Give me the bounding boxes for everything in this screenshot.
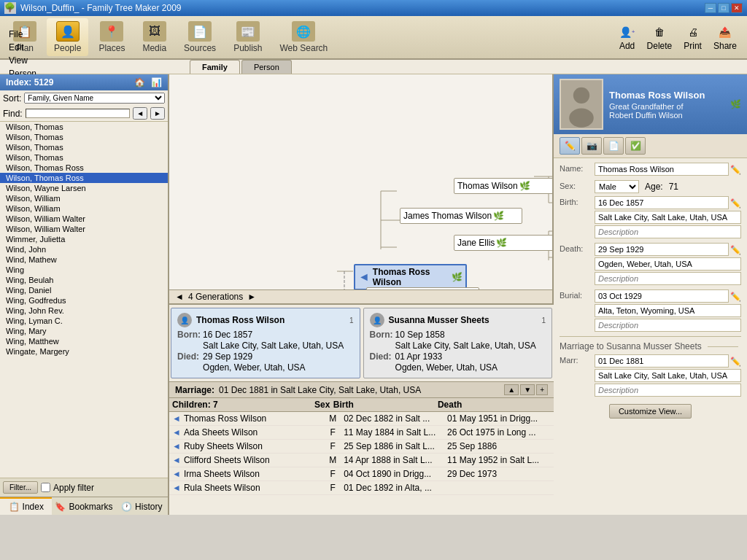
name-item[interactable]: Wilson, Thomas <box>0 132 168 142</box>
name-item[interactable]: Wing, Godfredus <box>0 295 168 306</box>
share-toolbar-button[interactable]: 📤 Share <box>709 23 741 52</box>
tree-box-james-thomas-wilson[interactable]: James Thomas Wilson 🌿 <box>400 208 522 224</box>
name-item[interactable]: Wilson, Wayne Larsen <box>0 183 168 193</box>
apply-filter-checkbox[interactable] <box>41 483 50 492</box>
death-edit-icon[interactable]: ✏️ <box>730 245 741 255</box>
child-arrow[interactable]: ◄ <box>172 413 181 424</box>
nav-item-people[interactable]: 👤People <box>47 18 88 56</box>
menu-item-file[interactable]: File <box>3 28 42 41</box>
table-row[interactable]: ◄ Rula Sheets Wilson F 01 Dec 1892 in Al… <box>169 481 554 495</box>
child-arrow[interactable]: ◄ <box>172 427 181 438</box>
gen-arrow-right[interactable]: ► <box>247 292 256 302</box>
table-row[interactable]: ◄ Ada Sheets Wilson F 11 May 1884 in Sal… <box>169 426 554 440</box>
nav-item-sources[interactable]: 📄Sources <box>177 18 223 56</box>
name-item[interactable]: Wind, John <box>0 244 168 254</box>
table-row[interactable]: ◄ Clifford Sheets Wilson M 14 Apr 1888 i… <box>169 454 554 467</box>
tree-box-thomas-ross-wilson[interactable]: ◄ Thomas Ross Wilson 🌿 <box>354 264 467 289</box>
sex-select[interactable]: Male Female <box>595 180 639 193</box>
add-toolbar-button[interactable]: 👤+ Add <box>615 23 640 52</box>
menu-item-edit[interactable]: Edit <box>3 41 42 54</box>
delete-toolbar-button[interactable]: 🗑 Delete <box>643 23 677 52</box>
birth-date-field[interactable] <box>595 196 729 209</box>
name-item[interactable]: Wind, Mathew <box>0 254 168 265</box>
name-item[interactable]: Wilson, Thomas <box>0 142 168 152</box>
burial-date-field[interactable] <box>595 289 729 303</box>
sidebar-tab-history[interactable]: 🕐 History <box>116 497 168 515</box>
person-tool-source[interactable]: 📄 <box>603 137 624 155</box>
burial-desc-field[interactable] <box>595 319 741 332</box>
birth-place-field[interactable] <box>595 211 741 224</box>
person-tool-photo[interactable]: 📷 <box>581 137 602 155</box>
death-place-field[interactable] <box>595 257 741 271</box>
table-row[interactable]: ◄ Irma Sheets Wilson F 04 Oct 1890 in Dr… <box>169 467 554 481</box>
tab-person[interactable]: Person <box>241 60 292 74</box>
find-next-button[interactable]: ► <box>150 107 165 120</box>
name-item[interactable]: Wing, Mary <box>0 326 168 336</box>
person-tool-task[interactable]: ✅ <box>625 137 646 155</box>
nav-item-places[interactable]: 📍Places <box>91 18 132 56</box>
table-row[interactable]: ◄ Thomas Ross Wilson M 02 Dec 1882 in Sa… <box>169 412 554 426</box>
marriage-prev-button[interactable]: ▲ <box>504 384 519 395</box>
marr-place-field[interactable] <box>595 369 741 382</box>
name-item[interactable]: Wilson, Thomas <box>0 122 168 132</box>
name-item[interactable]: Wilson, Thomas Ross <box>0 163 168 173</box>
child-arrow[interactable]: ◄ <box>172 483 181 493</box>
person-card-1-name[interactable]: Thomas Ross Wilson <box>196 315 285 325</box>
name-item[interactable]: Wing <box>0 265 168 275</box>
name-item[interactable]: Wilson, Thomas <box>0 152 168 163</box>
name-item[interactable]: Wilson, William <box>0 203 168 214</box>
sort-select[interactable]: Family, Given Name Given, Family Name <box>24 93 165 104</box>
name-item[interactable]: Wilson, William <box>0 193 168 203</box>
maximize-button[interactable]: □ <box>718 3 729 13</box>
close-button[interactable]: ✕ <box>731 3 743 13</box>
name-item[interactable]: Wimmer, Julietta <box>0 234 168 244</box>
marriage-add-button[interactable]: + <box>536 384 548 395</box>
child-arrow[interactable]: ◄ <box>172 455 181 465</box>
print-toolbar-button[interactable]: 🖨 Print <box>679 23 706 52</box>
marr-edit-icon[interactable]: ✏️ <box>730 357 741 367</box>
marr-desc-field[interactable] <box>595 384 741 397</box>
death-desc-field[interactable] <box>595 272 741 285</box>
table-row[interactable]: ◄ Ruby Sheets Wilson F 25 Sep 1886 in Sa… <box>169 440 554 454</box>
person-card-2-name[interactable]: Susanna Musser Sheets <box>389 315 489 325</box>
name-item[interactable]: Wilson, William Walter <box>0 214 168 224</box>
tree-box-thomas-wilson-g[interactable]: Thomas Wilson 🌿 <box>454 178 552 194</box>
name-item[interactable]: Wing, Matthew <box>0 336 168 346</box>
marriage-next-button[interactable]: ▼ <box>520 384 535 395</box>
home-button[interactable]: 🏠 <box>134 77 145 88</box>
tree-box-jane-ellis[interactable]: Jane Ellis 🌿 <box>454 235 552 251</box>
burial-place-field[interactable] <box>595 304 741 317</box>
nav-item-web-search[interactable]: 🌐Web Search <box>272 18 335 56</box>
marr-date-field[interactable] <box>595 354 729 368</box>
menu-item-view[interactable]: View <box>3 54 42 67</box>
burial-edit-icon[interactable]: ✏️ <box>730 292 741 302</box>
birth-edit-icon[interactable]: ✏️ <box>730 198 741 209</box>
index-view-button[interactable]: 📊 <box>151 77 162 88</box>
customize-view-button[interactable]: Customize View... <box>609 404 692 419</box>
name-item[interactable]: Wing, Beulah <box>0 275 168 285</box>
birth-desc-field[interactable] <box>595 225 741 238</box>
find-prev-button[interactable]: ◄ <box>133 107 147 120</box>
tree-box-susanna-musser-sheets[interactable]: ▼ Susanna Musser Sheets 🌿 <box>366 287 479 289</box>
name-edit-icon[interactable]: ✏️ <box>730 165 741 175</box>
gen-arrow-left[interactable]: ◄ <box>175 292 184 302</box>
filter-button[interactable]: Filter... <box>3 481 38 494</box>
nav-left-button[interactable]: ◄ <box>358 271 370 284</box>
tab-family[interactable]: Family <box>190 60 240 74</box>
person-tool-edit[interactable]: ✏️ <box>560 137 580 155</box>
sidebar-tab-bookmarks[interactable]: 🔖 Bookmarks <box>52 497 115 515</box>
sidebar-tab-index[interactable]: 📋 Index <box>0 497 52 515</box>
name-item[interactable]: Wing, Daniel <box>0 285 168 295</box>
child-arrow[interactable]: ◄ <box>172 441 181 451</box>
minimize-button[interactable]: ─ <box>705 3 716 13</box>
name-item[interactable]: Wing, Lyman C. <box>0 316 168 326</box>
child-arrow[interactable]: ◄ <box>172 469 181 479</box>
nav-item-media[interactable]: 🖼Media <box>135 18 174 56</box>
nav-item-publish[interactable]: 📰Publish <box>226 18 269 56</box>
name-item[interactable]: Wingate, Margery <box>0 346 168 357</box>
death-date-field[interactable] <box>595 243 729 256</box>
name-item[interactable]: Wilson, Thomas Ross <box>0 173 168 183</box>
name-field[interactable] <box>595 163 729 176</box>
find-input[interactable] <box>26 109 131 118</box>
name-item[interactable]: Wilson, William Walter <box>0 224 168 234</box>
